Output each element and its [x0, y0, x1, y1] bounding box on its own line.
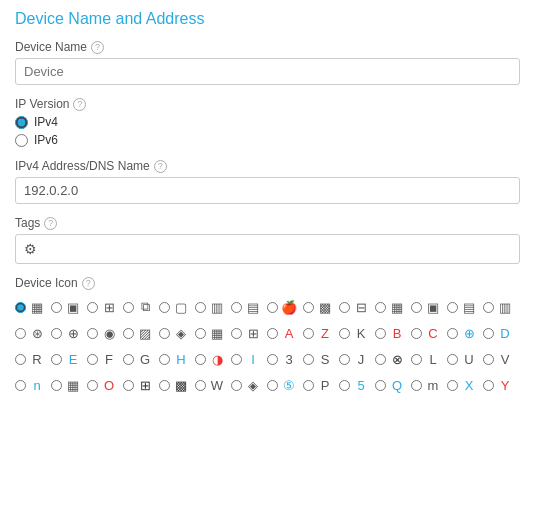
- device-icon-radio-25[interactable]: [411, 328, 422, 339]
- device-icon-13: ▥: [496, 298, 514, 316]
- ipv4-radio-item[interactable]: IPv4: [15, 115, 520, 129]
- tags-area[interactable]: ⚙: [15, 234, 520, 264]
- device-icon-31: G: [136, 350, 154, 368]
- device-icon-radio-10[interactable]: [375, 302, 386, 313]
- icon-pair: Y: [483, 372, 519, 398]
- device-icon-15: ⊕: [64, 324, 82, 342]
- device-icon-24: B: [388, 324, 406, 342]
- device-icon-26: ⊕: [460, 324, 478, 342]
- device-icon-33: ◑: [208, 350, 226, 368]
- ipv4-radio[interactable]: [15, 116, 28, 129]
- device-icon-radio-6[interactable]: [231, 302, 242, 313]
- device-icon-39: L: [424, 350, 442, 368]
- device-icon-radio-45[interactable]: [123, 380, 134, 391]
- device-icon-48: ◈: [244, 376, 262, 394]
- device-icon-radio-41[interactable]: [483, 354, 494, 365]
- icon-pair: E: [51, 346, 87, 372]
- ipv6-radio[interactable]: [15, 134, 28, 147]
- device-icon-30: F: [100, 350, 118, 368]
- device-icon-radio-3[interactable]: [123, 302, 134, 313]
- device-name-input[interactable]: [15, 58, 520, 85]
- device-icon-radio-21[interactable]: [267, 328, 278, 339]
- device-icon-radio-0[interactable]: [15, 302, 26, 313]
- device-icon-radio-44[interactable]: [87, 380, 98, 391]
- icon-pair: K: [339, 320, 375, 346]
- icon-pair: Z: [303, 320, 339, 346]
- device-icon-radio-14[interactable]: [15, 328, 26, 339]
- tags-help-icon[interactable]: ?: [44, 217, 57, 230]
- ipv6-radio-item[interactable]: IPv6: [15, 133, 520, 147]
- device-icon-radio-29[interactable]: [51, 354, 62, 365]
- device-icon-radio-24[interactable]: [375, 328, 386, 339]
- device-icon-radio-33[interactable]: [195, 354, 206, 365]
- device-icon-10: ▦: [388, 298, 406, 316]
- device-icon-radio-8[interactable]: [303, 302, 314, 313]
- device-icon-radio-54[interactable]: [447, 380, 458, 391]
- device-icon-radio-47[interactable]: [195, 380, 206, 391]
- device-icon-radio-39[interactable]: [411, 354, 422, 365]
- device-icon-help-icon[interactable]: ?: [82, 277, 95, 290]
- device-icon-radio-30[interactable]: [87, 354, 98, 365]
- device-icon-52: Q: [388, 376, 406, 394]
- device-icon-18: ◈: [172, 324, 190, 342]
- device-icon-radio-37[interactable]: [339, 354, 350, 365]
- device-icon-radio-50[interactable]: [303, 380, 314, 391]
- device-icon-radio-34[interactable]: [231, 354, 242, 365]
- icon-pair: ⊟: [339, 294, 375, 320]
- device-icon-radio-12[interactable]: [447, 302, 458, 313]
- device-icon-radio-46[interactable]: [159, 380, 170, 391]
- device-icon-radio-31[interactable]: [123, 354, 134, 365]
- device-icon-radio-27[interactable]: [483, 328, 494, 339]
- device-icon-radio-48[interactable]: [231, 380, 242, 391]
- device-icon-radio-22[interactable]: [303, 328, 314, 339]
- device-icon-radio-49[interactable]: [267, 380, 278, 391]
- icon-pair: 5: [339, 372, 375, 398]
- icon-pair: ▦: [195, 320, 231, 346]
- device-name-help-icon[interactable]: ?: [91, 41, 104, 54]
- device-icon-radio-1[interactable]: [51, 302, 62, 313]
- device-icon-radio-5[interactable]: [195, 302, 206, 313]
- device-icon-radio-36[interactable]: [303, 354, 314, 365]
- device-icon-radio-35[interactable]: [267, 354, 278, 365]
- device-icon-44: O: [100, 376, 118, 394]
- device-icon-radio-53[interactable]: [411, 380, 422, 391]
- device-icon-radio-32[interactable]: [159, 354, 170, 365]
- ipv4-address-help-icon[interactable]: ?: [154, 160, 167, 173]
- device-icon-21: A: [280, 324, 298, 342]
- device-icon-23: K: [352, 324, 370, 342]
- icon-pair: ◈: [231, 372, 267, 398]
- device-icon-radio-52[interactable]: [375, 380, 386, 391]
- device-icon-radio-20[interactable]: [231, 328, 242, 339]
- device-icon-radio-17[interactable]: [123, 328, 134, 339]
- device-icon-radio-51[interactable]: [339, 380, 350, 391]
- device-icon-radio-28[interactable]: [15, 354, 26, 365]
- device-icon-49: ⑤: [280, 376, 298, 394]
- device-icon-radio-18[interactable]: [159, 328, 170, 339]
- device-icon-radio-19[interactable]: [195, 328, 206, 339]
- device-icon-radio-26[interactable]: [447, 328, 458, 339]
- ip-version-help-icon[interactable]: ?: [73, 98, 86, 111]
- device-icon-22: Z: [316, 324, 334, 342]
- device-icon-radio-4[interactable]: [159, 302, 170, 313]
- device-icon-radio-23[interactable]: [339, 328, 350, 339]
- device-icon-9: ⊟: [352, 298, 370, 316]
- device-icon-radio-15[interactable]: [51, 328, 62, 339]
- ipv4-address-input[interactable]: [15, 177, 520, 204]
- device-icon-radio-43[interactable]: [51, 380, 62, 391]
- device-icon-radio-40[interactable]: [447, 354, 458, 365]
- device-icon-radio-55[interactable]: [483, 380, 494, 391]
- device-icon-radio-9[interactable]: [339, 302, 350, 313]
- tags-gear-icon[interactable]: ⚙: [24, 241, 37, 257]
- device-icon-radio-7[interactable]: [267, 302, 278, 313]
- icon-pair: m: [411, 372, 447, 398]
- device-icon-radio-38[interactable]: [375, 354, 386, 365]
- device-icon-radio-16[interactable]: [87, 328, 98, 339]
- ip-version-label: IP Version ?: [15, 97, 520, 111]
- icon-pair: H: [159, 346, 195, 372]
- device-icon-radio-42[interactable]: [15, 380, 26, 391]
- icon-pair: ▥: [483, 294, 519, 320]
- device-icon-radio-13[interactable]: [483, 302, 494, 313]
- device-icon-radio-11[interactable]: [411, 302, 422, 313]
- device-icon-radio-2[interactable]: [87, 302, 98, 313]
- icon-pair: ▥: [195, 294, 231, 320]
